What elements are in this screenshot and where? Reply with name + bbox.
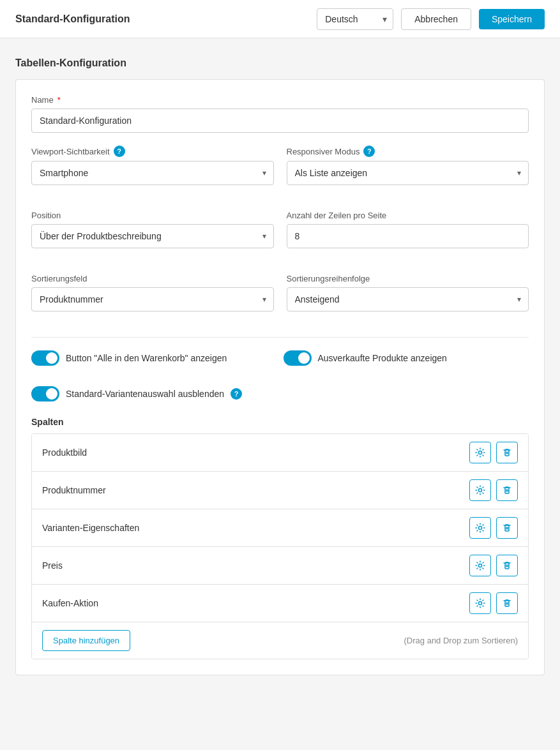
toggle-cart-label: Button "Alle in den Warenkorb" anzeigen	[66, 353, 227, 363]
settings-button-preis[interactable]	[469, 555, 491, 576]
gear-icon	[475, 560, 485, 571]
responsive-label: Responsiver Modus ?	[287, 146, 529, 157]
sort-field-label: Sortierungsfeld	[31, 274, 274, 283]
cancel-button[interactable]: Abbrechen	[401, 8, 471, 30]
sort-field-group: Sortierungsfeld Produktnummer Name Preis…	[31, 274, 274, 311]
sort-order-select-wrapper: Ansteigend Absteigend ▾	[287, 287, 529, 311]
toggle-sold-row: Ausverkaufte Produkte anzeigen	[284, 350, 529, 366]
sort-order-select[interactable]: Ansteigend Absteigend	[287, 287, 529, 311]
toggle-sold-slider	[284, 350, 312, 366]
header: Standard-Konfiguration Deutsch English F…	[0, 0, 560, 38]
spalten-row-name: Kaufen-Aktion	[42, 598, 98, 608]
settings-button-kaufen[interactable]	[469, 592, 491, 614]
spalten-footer: Spalte hinzufügen (Drag and Drop zum Sor…	[32, 622, 528, 659]
spalten-row-name: Preis	[42, 560, 63, 571]
delete-button-produktnummer[interactable]	[496, 479, 518, 501]
spalten-actions	[469, 517, 518, 539]
toggle-variant-slider	[31, 386, 59, 401]
delete-button-varianten[interactable]	[496, 517, 518, 539]
drag-drop-hint: (Drag and Drop zum Sortieren)	[404, 636, 518, 645]
sort-field-select[interactable]: Produktnummer Name Preis	[31, 287, 274, 311]
toggle-cart-slider	[31, 350, 59, 366]
variant-help-icon[interactable]: ?	[231, 388, 242, 400]
language-selector[interactable]: Deutsch English Français ▾	[317, 8, 393, 30]
position-rows-row: Position Über der Produktbeschreibung Un…	[31, 211, 529, 261]
toggles-row-1: Button "Alle in den Warenkorb" anzeigen …	[31, 350, 529, 376]
gear-icon	[475, 447, 485, 458]
settings-button-produktbild[interactable]	[469, 442, 491, 463]
trash-icon	[502, 560, 512, 571]
responsive-help-icon[interactable]: ?	[363, 146, 375, 157]
svg-point-3	[479, 564, 482, 567]
spalten-table: Produktbild	[31, 433, 529, 659]
spalten-row-kaufen: Kaufen-Aktion	[32, 585, 528, 622]
settings-button-produktnummer[interactable]	[469, 479, 491, 501]
spalten-row-produktbild: Produktbild	[32, 434, 528, 472]
toggle-cart-row: Button "Alle in den Warenkorb" anzeigen	[31, 350, 277, 366]
name-label: Name *	[31, 95, 529, 105]
delete-button-preis[interactable]	[496, 555, 518, 576]
page-title: Standard-Konfiguration	[15, 13, 130, 25]
spalten-row-name: Varianten-Eigenschaften	[42, 523, 139, 533]
toggle-variant[interactable]	[31, 386, 59, 401]
position-select[interactable]: Über der Produktbeschreibung Unter der P…	[31, 224, 274, 248]
spalten-title: Spalten	[31, 417, 529, 427]
name-field-group: Name *	[31, 95, 529, 133]
svg-point-2	[479, 527, 482, 530]
main-content: Tabellen-Konfiguration Name * Viewport-S…	[0, 38, 560, 694]
position-label: Position	[31, 211, 274, 220]
delete-button-produktbild[interactable]	[496, 442, 518, 463]
toggle-cart[interactable]	[31, 350, 59, 366]
rows-per-page-input[interactable]	[287, 224, 529, 248]
trash-icon	[502, 485, 512, 495]
spalten-section: Spalten Produktbild	[31, 417, 529, 659]
spalten-row-produktnummer: Produktnummer	[32, 472, 528, 509]
divider	[31, 337, 529, 338]
spalten-actions	[469, 592, 518, 614]
required-indicator: *	[57, 95, 61, 105]
spalten-actions	[469, 479, 518, 501]
responsive-select[interactable]: Als Liste anzeigen Als Tabelle anzeigen	[287, 161, 529, 185]
section-title: Tabellen-Konfiguration	[15, 57, 545, 69]
sort-order-field-group: Sortierungsreihenfolge Ansteigend Abstei…	[287, 274, 529, 311]
viewport-select[interactable]: Smartphone Tablet Desktop	[31, 161, 274, 185]
toggle-variant-label: Standard-Variantenauswahl ausblenden	[66, 389, 224, 399]
toggle-variant-row: Standard-Variantenauswahl ausblenden ?	[31, 386, 529, 401]
trash-icon	[502, 447, 512, 458]
delete-button-kaufen[interactable]	[496, 592, 518, 614]
position-field-group: Position Über der Produktbeschreibung Un…	[31, 211, 274, 248]
trash-icon	[502, 598, 512, 608]
responsive-select-wrapper: Als Liste anzeigen Als Tabelle anzeigen …	[287, 161, 529, 185]
language-select[interactable]: Deutsch English Français	[317, 8, 393, 30]
svg-point-1	[479, 489, 482, 492]
gear-icon	[475, 598, 485, 608]
sort-field-select-wrapper: Produktnummer Name Preis ▾	[31, 287, 274, 311]
trash-icon	[502, 523, 512, 533]
spalten-row-name: Produktbild	[42, 447, 87, 458]
viewport-help-icon[interactable]: ?	[114, 146, 125, 157]
sort-row: Sortierungsfeld Produktnummer Name Preis…	[31, 274, 529, 324]
viewport-field-group: Viewport-Sichtbarkeit ? Smartphone Table…	[31, 146, 274, 185]
rows-per-page-label: Anzahl der Zeilen pro Seite	[287, 211, 529, 220]
name-input[interactable]	[31, 109, 529, 133]
viewport-label: Viewport-Sichtbarkeit ?	[31, 146, 274, 157]
config-card: Name * Viewport-Sichtbarkeit ? Smartphon…	[15, 79, 545, 675]
spalten-row-name: Produktnummer	[42, 485, 106, 495]
responsive-field-group: Responsiver Modus ? Als Liste anzeigen A…	[287, 146, 529, 185]
spalten-actions	[469, 442, 518, 463]
sort-order-label: Sortierungsreihenfolge	[287, 274, 529, 283]
save-button[interactable]: Speichern	[479, 9, 545, 29]
viewport-select-wrapper: Smartphone Tablet Desktop ▾	[31, 161, 274, 185]
add-column-button[interactable]: Spalte hinzufügen	[42, 630, 130, 651]
position-select-wrapper: Über der Produktbeschreibung Unter der P…	[31, 224, 274, 248]
spalten-actions	[469, 555, 518, 576]
spalten-row-preis: Preis	[32, 547, 528, 585]
toggle-sold-label: Ausverkaufte Produkte anzeigen	[318, 353, 447, 363]
svg-point-4	[479, 602, 482, 605]
viewport-responsive-row: Viewport-Sichtbarkeit ? Smartphone Table…	[31, 146, 529, 198]
toggle-sold[interactable]	[284, 350, 312, 366]
settings-button-varianten[interactable]	[469, 517, 491, 539]
gear-icon	[475, 523, 485, 533]
gear-icon	[475, 485, 485, 495]
rows-per-page-field-group: Anzahl der Zeilen pro Seite	[287, 211, 529, 248]
